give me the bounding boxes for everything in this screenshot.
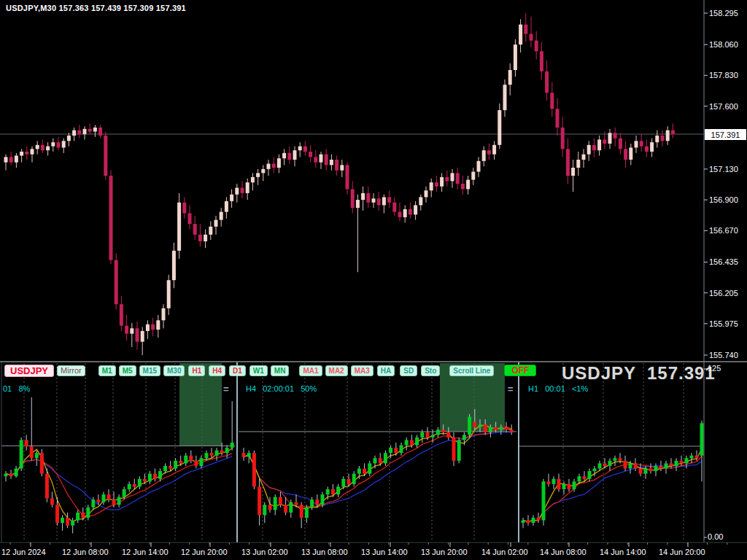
toolbar-button-ha[interactable]: HA	[377, 365, 395, 376]
subwindow-scale-bottom: 0.00	[708, 532, 723, 541]
price-tick-label: 158.295	[709, 9, 738, 18]
subwindow-scale-top: 125	[708, 364, 721, 373]
time-tick-label: 12 Jun 20:00	[181, 548, 228, 556]
big-quote-symbol: USDJPY	[562, 363, 636, 383]
toolbar-button-m30[interactable]: M30	[163, 365, 185, 376]
time-tick-label: 13 Jun 14:00	[361, 548, 408, 556]
price-tick-label: 155.740	[709, 351, 738, 359]
panel2-minimize-button[interactable]: =	[508, 384, 514, 394]
toolbar-button-w1[interactable]: W1	[249, 365, 268, 376]
chart-canvas[interactable]	[0, 0, 747, 560]
toolbar-button-off[interactable]: OFF	[504, 365, 536, 376]
current-price-box: 157.391	[705, 129, 746, 140]
toolbar-button-ma2[interactable]: MA2	[325, 365, 348, 376]
panel2-info-label: H4 02:00:01 50%	[246, 384, 317, 393]
toolbar-button-ma1[interactable]: MA1	[299, 365, 322, 376]
toolbar-button-m1[interactable]: M1	[98, 365, 116, 376]
toolbar-button-h4[interactable]: H4	[209, 365, 225, 376]
chart-title: USDJPY,M30 157.363 157.439 157.309 157.3…	[6, 4, 186, 12]
price-tick-label: 155.975	[709, 319, 738, 328]
price-tick-label: 157.130	[709, 165, 738, 174]
time-tick-label: 13 Jun 20:00	[421, 548, 468, 556]
price-tick-label: 157.830	[709, 71, 738, 79]
price-tick-label: 156.205	[709, 289, 738, 298]
toolbar-button-m15[interactable]: M15	[139, 365, 160, 376]
toolbar-button-mn[interactable]: MN	[271, 365, 290, 376]
price-tick-label: 156.435	[709, 257, 738, 266]
mt4-window: USDJPY,M30 157.363 157.439 157.309 157.3…	[0, 0, 747, 560]
toolbar-button-mirror[interactable]: Mirror	[57, 365, 85, 376]
price-tick-label: 156.900	[709, 195, 738, 204]
current-price-value: 157.391	[711, 131, 740, 139]
time-tick-label: 13 Jun 02:00	[241, 548, 288, 556]
toolbar-button-m5[interactable]: M5	[119, 365, 136, 376]
price-tick-label: 158.060	[709, 40, 738, 49]
toolbar-button-sto[interactable]: Sto	[421, 365, 440, 376]
time-tick-label: 14 Jun 08:00	[540, 548, 587, 556]
price-tick-label: 157.600	[709, 102, 738, 111]
time-tick-label: 14 Jun 20:00	[659, 548, 705, 556]
toolbar-button-usdjpy[interactable]: USDJPY	[4, 365, 54, 377]
toolbar-button-scroll-line[interactable]: Scroll Line	[449, 365, 494, 376]
time-tick-label: 13 Jun 08:00	[301, 548, 348, 556]
price-tick-label: 156.670	[709, 226, 738, 235]
time-tick-label: 14 Jun 02:00	[481, 548, 528, 556]
big-quote: USDJPY 157.391	[562, 363, 716, 384]
time-tick-label: 12 Jun 08:00	[62, 548, 109, 556]
big-quote-price: 157.391	[647, 363, 716, 383]
toolbar-button-d1[interactable]: D1	[229, 365, 246, 376]
panel1-minimize-button[interactable]: =	[223, 384, 229, 394]
time-tick-label: 14 Jun 14:00	[600, 548, 646, 556]
toolbar-button-sd[interactable]: SD	[400, 365, 417, 376]
panel3-info-label: H1 00:01 <1%	[528, 384, 588, 393]
toolbar-button-h1[interactable]: H1	[188, 365, 205, 376]
time-tick-label: 12 Jun 14:00	[122, 548, 169, 556]
indicator-toolbar: USDJPYMirrorM1M5M15M30H1H4D1W1MNMA1MA2MA…	[4, 364, 536, 377]
toolbar-button-ma3[interactable]: MA3	[351, 365, 374, 376]
panel1-info-label: 01 8%	[3, 384, 30, 393]
time-tick-label: 12 Jun 2024	[1, 548, 46, 556]
